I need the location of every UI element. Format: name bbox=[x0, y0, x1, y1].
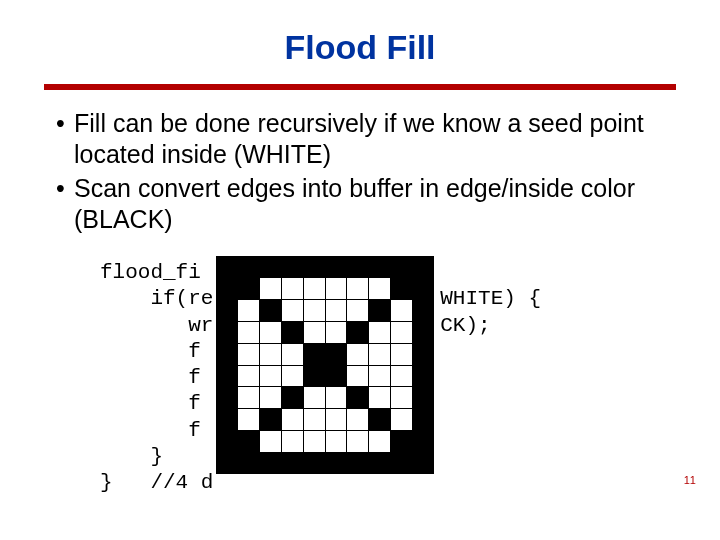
pixel-cell bbox=[347, 387, 368, 408]
pixel-cell bbox=[304, 387, 325, 408]
bullet-item: • Scan convert edges into buffer in edge… bbox=[56, 173, 676, 234]
pixel-cell bbox=[347, 409, 368, 430]
pixel-cell bbox=[347, 431, 368, 452]
pixel-cell bbox=[260, 431, 281, 452]
bullet-text: Fill can be done recursively if we know … bbox=[74, 108, 676, 169]
code-line: f bbox=[100, 340, 201, 363]
pixel-cell bbox=[391, 366, 412, 387]
pixel-cell bbox=[369, 322, 390, 343]
pixel-cell bbox=[326, 322, 347, 343]
pixel-cell bbox=[326, 344, 347, 365]
pixel-cell bbox=[304, 344, 325, 365]
pixel-cell bbox=[347, 300, 368, 321]
body-text: • Fill can be done recursively if we kno… bbox=[56, 108, 676, 238]
pixel-cell bbox=[282, 431, 303, 452]
bullet-item: • Fill can be done recursively if we kno… bbox=[56, 108, 676, 169]
pixel-cell bbox=[282, 322, 303, 343]
pixel-grid bbox=[238, 278, 412, 452]
pixel-cell bbox=[391, 387, 412, 408]
pixel-cell bbox=[238, 344, 259, 365]
pixel-cell bbox=[369, 300, 390, 321]
pixel-cell bbox=[369, 278, 390, 299]
pixel-cell bbox=[391, 300, 412, 321]
pixel-cell bbox=[347, 322, 368, 343]
pixel-cell bbox=[260, 278, 281, 299]
pixel-cell bbox=[282, 344, 303, 365]
pixel-cell bbox=[326, 409, 347, 430]
pixel-cell bbox=[347, 366, 368, 387]
pixel-cell bbox=[347, 344, 368, 365]
page-number: 11 bbox=[684, 474, 696, 486]
bullet-text: Scan convert edges into buffer in edge/i… bbox=[74, 173, 676, 234]
pixel-cell bbox=[260, 409, 281, 430]
pixel-cell bbox=[304, 322, 325, 343]
pixel-cell bbox=[282, 409, 303, 430]
pixel-cell bbox=[238, 366, 259, 387]
pixel-cell bbox=[282, 300, 303, 321]
pixel-cell bbox=[304, 278, 325, 299]
code-line: f bbox=[100, 366, 201, 389]
pixel-cell bbox=[326, 431, 347, 452]
pixel-cell bbox=[391, 322, 412, 343]
code-line: } //4 d bbox=[100, 471, 213, 494]
pixel-cell bbox=[260, 366, 281, 387]
pixel-cell bbox=[326, 278, 347, 299]
flood-fill-illustration bbox=[216, 256, 434, 474]
pixel-cell bbox=[260, 387, 281, 408]
pixel-cell bbox=[238, 409, 259, 430]
pixel-cell bbox=[391, 344, 412, 365]
pixel-cell bbox=[304, 409, 325, 430]
pixel-cell bbox=[326, 387, 347, 408]
pixel-cell bbox=[369, 344, 390, 365]
pixel-cell bbox=[238, 431, 259, 452]
slide: Flood Fill • Fill can be done recursivel… bbox=[0, 0, 720, 540]
pixel-cell bbox=[347, 278, 368, 299]
slide-title: Flood Fill bbox=[0, 28, 720, 67]
pixel-cell bbox=[238, 278, 259, 299]
pixel-cell bbox=[260, 322, 281, 343]
pixel-cell bbox=[260, 300, 281, 321]
pixel-cell bbox=[304, 366, 325, 387]
pixel-cell bbox=[282, 278, 303, 299]
pixel-cell bbox=[369, 366, 390, 387]
pixel-cell bbox=[391, 409, 412, 430]
pixel-cell bbox=[369, 431, 390, 452]
pixel-cell bbox=[238, 300, 259, 321]
pixel-cell bbox=[282, 366, 303, 387]
pixel-cell bbox=[326, 300, 347, 321]
code-line: f bbox=[100, 392, 201, 415]
code-line: flood_fi bbox=[100, 261, 201, 284]
pixel-cell bbox=[304, 431, 325, 452]
pixel-cell bbox=[238, 387, 259, 408]
code-line: } bbox=[100, 445, 163, 468]
pixel-cell bbox=[260, 344, 281, 365]
pixel-cell bbox=[369, 387, 390, 408]
pixel-cell bbox=[326, 366, 347, 387]
pixel-cell bbox=[282, 387, 303, 408]
pixel-cell bbox=[369, 409, 390, 430]
pixel-cell bbox=[391, 431, 412, 452]
bullet-dot-icon: • bbox=[56, 173, 74, 234]
pixel-cell bbox=[238, 322, 259, 343]
title-underline bbox=[44, 84, 676, 90]
pixel-cell bbox=[304, 300, 325, 321]
pixel-cell bbox=[391, 278, 412, 299]
code-line: f bbox=[100, 419, 201, 442]
bullet-dot-icon: • bbox=[56, 108, 74, 169]
